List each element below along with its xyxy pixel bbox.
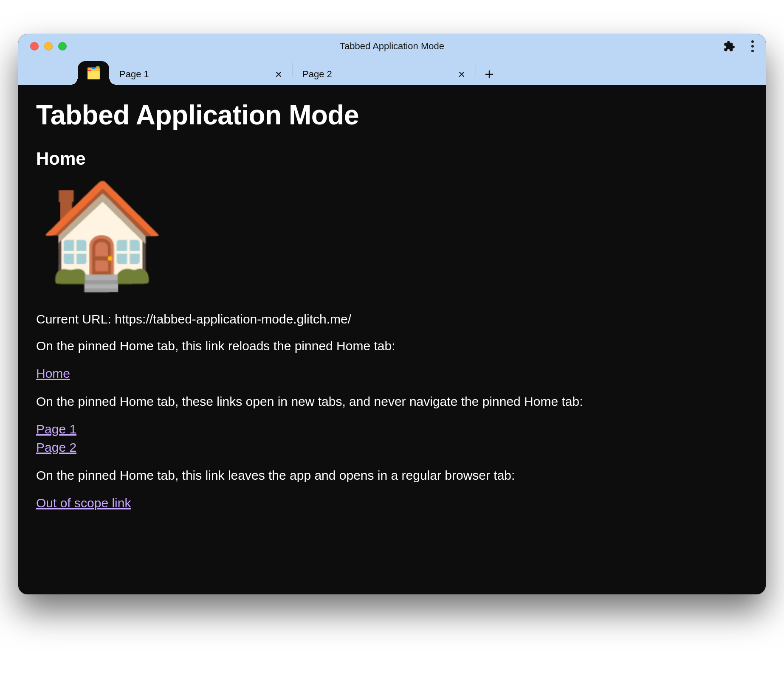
current-url: Current URL: https://tabbed-application-… <box>36 311 748 327</box>
fullscreen-window-button[interactable] <box>58 42 67 51</box>
tab-label: Page 1 <box>119 69 149 80</box>
traffic-lights <box>30 42 67 51</box>
current-url-label: Current URL: <box>36 312 115 326</box>
close-tab-button[interactable] <box>455 68 468 81</box>
current-url-value: https://tabbed-application-mode.glitch.m… <box>115 312 351 326</box>
tab-page-2[interactable]: Page 2 <box>293 64 476 85</box>
link-page-2[interactable]: Page 2 <box>36 438 748 457</box>
link-page-1[interactable]: Page 1 <box>36 420 748 439</box>
app-window: Tabbed Application Mode 🗂️ Page 1 <box>18 34 766 594</box>
menu-button[interactable] <box>747 38 758 55</box>
link-home[interactable]: Home <box>36 364 748 383</box>
tab-strip: 🗂️ Page 1 Page 2 <box>18 59 766 85</box>
tabs-icon: 🗂️ <box>86 67 101 79</box>
pinned-home-tab[interactable]: 🗂️ <box>78 61 109 85</box>
house-icon: 🏠 <box>39 183 748 285</box>
close-tab-button[interactable] <box>272 68 285 81</box>
tab-page-1[interactable]: Page 1 <box>110 64 293 85</box>
page-subtitle: Home <box>36 149 748 169</box>
page-content: Tabbed Application Mode Home 🏠 Current U… <box>18 85 766 594</box>
extensions-icon[interactable] <box>723 40 735 52</box>
link-out-of-scope[interactable]: Out of scope link <box>36 494 748 512</box>
new-tab-button[interactable] <box>479 64 500 85</box>
tab-label: Page 2 <box>302 69 332 80</box>
close-window-button[interactable] <box>30 42 39 51</box>
para-out-of-scope: On the pinned Home tab, this link leaves… <box>36 467 748 484</box>
para-reload-home: On the pinned Home tab, this link reload… <box>36 338 748 354</box>
page-title: Tabbed Application Mode <box>36 99 748 131</box>
tab-separator <box>476 63 476 77</box>
para-open-new-tabs: On the pinned Home tab, these links open… <box>36 393 748 410</box>
minimize-window-button[interactable] <box>44 42 53 51</box>
titlebar: Tabbed Application Mode <box>18 34 766 59</box>
window-title: Tabbed Application Mode <box>18 41 766 52</box>
